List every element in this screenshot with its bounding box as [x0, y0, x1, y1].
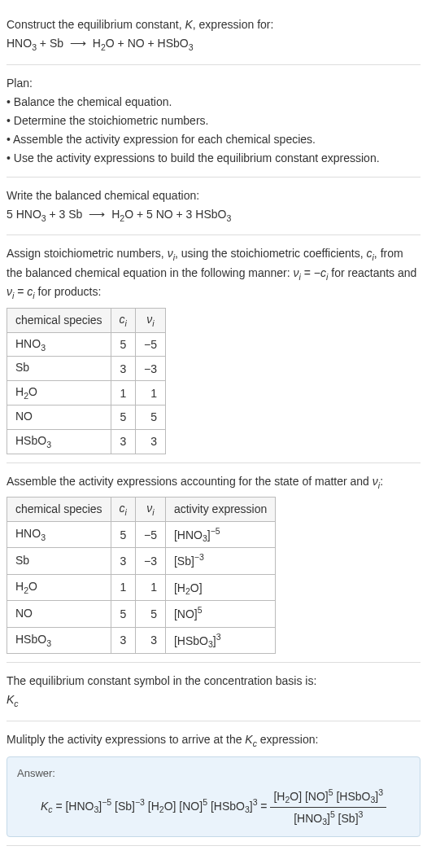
cell-nui: 3	[135, 429, 165, 454]
ans-denominator: [HNO3]5 [Sb]3	[270, 808, 386, 826]
th-ci: ci	[111, 498, 135, 522]
cell-nui: −5	[135, 521, 165, 547]
answer-label: Answer:	[17, 767, 410, 779]
cell-ci: 1	[111, 381, 135, 406]
bal-plus1: + 3 Sb	[46, 208, 86, 221]
table-row: Sb 3 −3 [Sb]−3	[7, 548, 276, 574]
bal-rhs2-sub: 3	[226, 213, 231, 222]
table-row: HSbO3 3 3	[7, 429, 166, 454]
eq-rhs: H	[89, 37, 101, 50]
cell-activity: [HNO3]−5	[165, 521, 275, 547]
st-rel1-lhs: ν	[294, 266, 299, 279]
table-row: H2O 1 1 [H2O]	[7, 574, 276, 600]
bal-arrow: ⟶	[85, 206, 108, 223]
q-text-pre: Construct the equilibrium constant,	[7, 18, 185, 31]
cell-activity: [HSbO3]3	[165, 627, 275, 653]
eq-arrow: ⟶	[67, 35, 89, 52]
act-nu: ν	[373, 475, 378, 488]
cell-nui: 3	[135, 627, 165, 653]
stoich-intro: Assign stoichiometric numbers, νi, using…	[7, 245, 420, 303]
cell-species: HSbO3	[7, 627, 111, 653]
kc-line1: The equilibrium constant symbol in the c…	[7, 673, 420, 690]
st-c: c	[367, 247, 373, 260]
plan-bullet-4: • Use the activity expressions to build …	[7, 150, 420, 167]
th-nui-sub: i	[152, 318, 154, 328]
st-rel2-post: for products:	[35, 285, 102, 298]
stoich-table: chemical species ci νi HNO3 5 −5 Sb 3 −3…	[7, 308, 166, 454]
cell-species: HSbO3	[7, 429, 111, 454]
cell-nui: 1	[135, 381, 165, 406]
ans-t1-sup: −5	[102, 797, 111, 807]
ans-t5-pre: [HSbO	[207, 800, 245, 813]
kc-symbol: Kc	[7, 691, 420, 711]
cell-ci: 3	[111, 429, 135, 454]
cell-nui: 5	[135, 601, 165, 627]
st-intro1: Assign stoichiometric numbers,	[7, 247, 168, 260]
mult-K: K	[245, 733, 252, 746]
st-nu: ν	[168, 247, 173, 260]
balanced-intro: Write the balanced chemical equation:	[7, 187, 420, 204]
table-header-row: chemical species ci νi	[7, 308, 166, 332]
cell-ci: 5	[111, 405, 135, 429]
table-row: NO 5 5 [NO]5	[7, 601, 276, 627]
cell-species: HNO3	[7, 332, 111, 357]
answer-equation: Kc = [HNO3]−5 [Sb]−3 [H2O] [NO]5 [HSbO3]…	[17, 787, 410, 826]
multiply-section: Mulitply the activity expressions to arr…	[7, 721, 420, 846]
kc-K: K	[7, 693, 14, 706]
ans-t4-pre: [NO]	[176, 800, 203, 813]
eq-lhs1: HNO	[7, 37, 32, 50]
ans-t2-sup: −3	[135, 797, 145, 807]
balanced-equation: 5 HNO3 + 3 Sb ⟶ H2O + 5 NO + 3 HSbO3	[7, 206, 420, 226]
ans-fraction: [H2O] [NO]5 [HSbO3]3[HNO3]5 [Sb]3	[270, 787, 386, 826]
table-row: NO 5 5	[7, 405, 166, 429]
st-rel1-rhs: c	[320, 266, 326, 279]
st-intro2: , using the stoichiometric coefficients,	[175, 247, 367, 260]
activity-table: chemical species ci νi activity expressi…	[7, 497, 276, 654]
plan-title: Plan:	[7, 75, 420, 92]
th-ci-sub: i	[125, 318, 127, 328]
plan-bullet-3: • Assemble the activity expression for e…	[7, 131, 420, 148]
q-text-post: , expression for:	[193, 18, 274, 31]
cell-ci: 5	[111, 521, 135, 547]
plan-section: Plan: • Balance the chemical equation. •…	[7, 65, 420, 178]
plan-bullet-2: • Determine the stoichiometric numbers.	[7, 112, 420, 129]
cell-species: HNO3	[7, 521, 111, 547]
ans-eq: =	[53, 800, 66, 813]
table-row: HNO3 5 −5 [HNO3]−5	[7, 521, 276, 547]
eq-rhs-sub2: 3	[189, 42, 194, 52]
cell-ci: 5	[111, 332, 135, 357]
table-row: H2O 1 1	[7, 381, 166, 406]
eq-rhs2: O + NO + HSbO	[106, 37, 189, 50]
table-row: HSbO3 3 3 [HSbO3]3	[7, 627, 276, 653]
act-intro2: :	[380, 475, 383, 488]
st-rel2-lhs: ν	[7, 285, 12, 298]
balanced-section: Write the balanced chemical equation: 5 …	[7, 178, 420, 236]
cell-activity: [NO]5	[165, 601, 275, 627]
cell-ci: 1	[111, 574, 135, 600]
answer-box: Answer: Kc = [HNO3]−5 [Sb]−3 [H2O] [NO]5…	[7, 756, 420, 837]
plan-bullet-1: • Balance the chemical equation.	[7, 94, 420, 111]
ans-t3-mid: O]	[164, 800, 176, 813]
question-line1: Construct the equilibrium constant, K, e…	[7, 16, 420, 33]
cell-activity: [H2O]	[165, 574, 275, 600]
st-rel1-eq: = −	[301, 266, 320, 279]
multiply-line: Mulitply the activity expressions to arr…	[7, 731, 420, 751]
cell-ci: 5	[111, 601, 135, 627]
act-intro1: Assemble the activity expressions accoun…	[7, 475, 373, 488]
cell-nui: 5	[135, 405, 165, 429]
activity-intro: Assemble the activity expressions accoun…	[7, 473, 420, 493]
activity-section: Assemble the activity expressions accoun…	[7, 463, 420, 664]
q-K: K	[185, 18, 192, 31]
cell-activity: [Sb]−3	[165, 548, 275, 574]
cell-nui: 1	[135, 574, 165, 600]
cell-species: Sb	[7, 357, 111, 381]
mult-pre: Mulitply the activity expressions to arr…	[7, 733, 245, 746]
table-row: Sb 3 −3	[7, 357, 166, 381]
cell-species: Sb	[7, 548, 111, 574]
bal-lhs1: 5 HNO	[7, 208, 41, 221]
cell-species: NO	[7, 405, 111, 429]
cell-species: NO	[7, 601, 111, 627]
question-equation: HNO3 + Sb ⟶ H2O + NO + HSbO3	[7, 35, 420, 55]
kc-symbol-section: The equilibrium constant symbol in the c…	[7, 663, 420, 721]
mult-post: expression:	[257, 733, 318, 746]
